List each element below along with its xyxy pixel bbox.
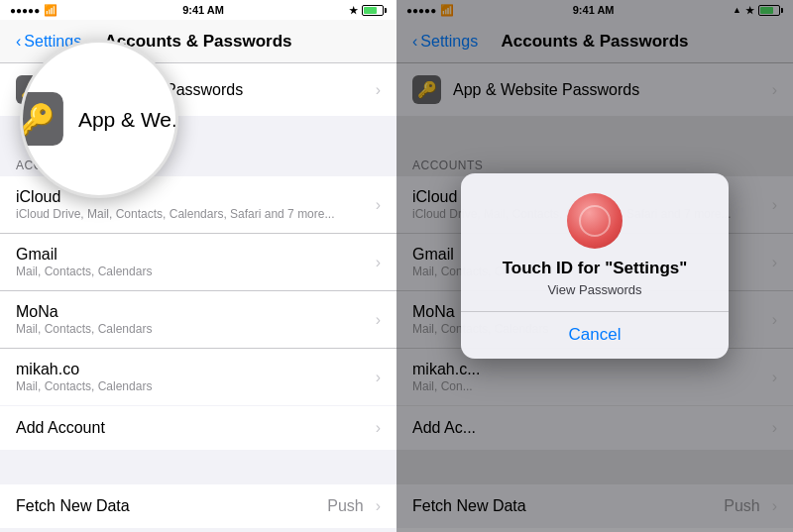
left-phone: ●●●●● 📶 9:41 AM ★ ‹ Settings Accounts & … [0, 0, 396, 532]
battery-icon [362, 5, 387, 16]
touch-id-inner-ring [579, 205, 611, 237]
gmail-detail: Mail, Contacts, Calendars [16, 265, 368, 278]
chevron-mikah: › [376, 369, 381, 386]
chevron-add: › [376, 419, 381, 437]
touch-id-icon [567, 193, 623, 249]
dialog-body: Touch ID for "Settings" View Passwords [461, 173, 729, 311]
signal-icon: ●●●●● [10, 5, 40, 16]
mona-name: MoNa [16, 303, 368, 321]
add-account-section-left: Add Account › [0, 406, 396, 450]
add-account-label-left: Add Account [16, 419, 105, 436]
chevron-right-icon: › [376, 81, 381, 99]
fetch-item-left[interactable]: Fetch New Data Push › [0, 484, 396, 528]
magnify-key-icon: 🔑 [20, 92, 63, 146]
fetch-label-left: Fetch New Data [16, 497, 130, 514]
mona-item-left[interactable]: MoNa Mail, Contacts, Calendars › [0, 291, 396, 349]
add-account-item-left[interactable]: Add Account › [0, 406, 396, 450]
time-left: 9:41 AM [182, 4, 224, 16]
bluetooth-icon: ★ [349, 5, 358, 16]
magnify-circle: 🔑 App & We... [20, 40, 178, 198]
wifi-icon: 📶 [44, 4, 57, 17]
fetch-section-left: Fetch New Data Push › [0, 484, 396, 528]
mikah-name: mikah.co [16, 361, 368, 378]
magnify-text: App & We... [78, 107, 178, 131]
mikah-detail: Mail, Contacts, Calendars [16, 379, 368, 393]
dialog-subtitle: View Passwords [481, 282, 709, 297]
chevron-icloud: › [376, 196, 381, 214]
touch-id-overlay: Touch ID for "Settings" View Passwords C… [396, 0, 793, 532]
chevron-left-icon: ‹ [16, 33, 21, 51]
gmail-name: Gmail [16, 246, 368, 264]
mona-detail: Mail, Contacts, Calendars [16, 322, 368, 336]
chevron-mona: › [376, 311, 381, 329]
section-spacer-2 [0, 450, 396, 484]
fetch-value-left: Push [327, 497, 363, 515]
mikah-item-left[interactable]: mikah.co Mail, Contacts, Calendars › [0, 349, 396, 405]
gmail-item-left[interactable]: Gmail Mail, Contacts, Calendars › [0, 234, 396, 291]
accounts-section-left: iCloud iCloud Drive, Mail, Contacts, Cal… [0, 176, 396, 405]
icloud-detail: iCloud Drive, Mail, Contacts, Calendars,… [16, 207, 368, 221]
magnify-content: 🔑 App & We... [20, 92, 178, 146]
cancel-button[interactable]: Cancel [461, 311, 729, 359]
chevron-gmail: › [376, 254, 381, 271]
right-phone: ●●●●● 📶 9:41 AM ▲ ★ ‹ Settings Accounts … [396, 0, 793, 532]
dialog-title: Touch ID for "Settings" [481, 259, 709, 278]
touch-id-dialog: Touch ID for "Settings" View Passwords C… [461, 173, 729, 360]
status-bar-left: ●●●●● 📶 9:41 AM ★ [0, 0, 396, 20]
chevron-fetch: › [376, 497, 381, 515]
